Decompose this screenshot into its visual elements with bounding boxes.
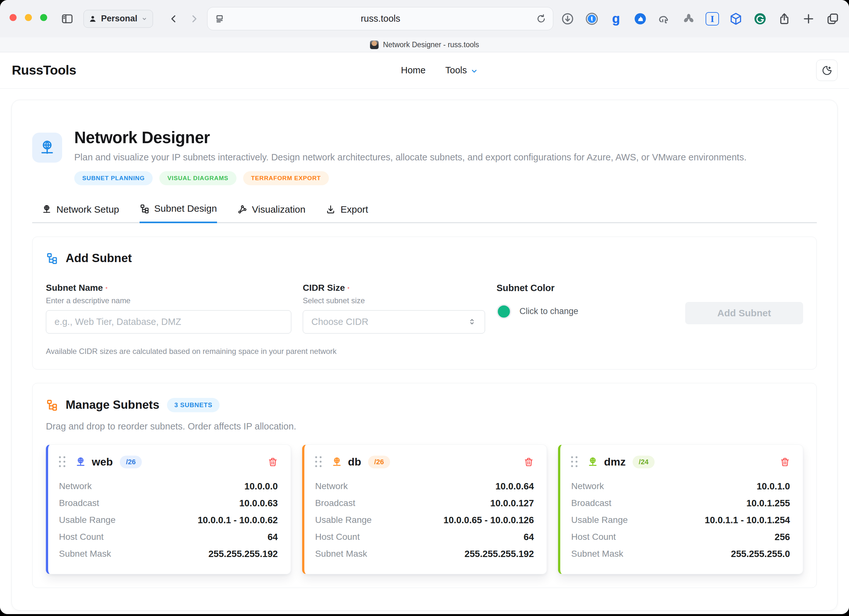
color-swatch[interactable] (496, 304, 511, 319)
dark-mode-toggle[interactable] (816, 60, 837, 81)
cidr-size-hint: Select subnet size (303, 296, 485, 305)
detail-row: Usable Range10.0.1.1 - 10.0.1.254 (571, 512, 790, 529)
tab-export[interactable]: Export (326, 203, 368, 223)
close-button[interactable] (10, 14, 16, 21)
share-button[interactable] (777, 12, 792, 26)
cat-extension-icon[interactable] (633, 12, 648, 26)
drag-handle[interactable] (315, 456, 322, 467)
network-icon (42, 204, 52, 214)
drag-handle[interactable] (59, 456, 66, 467)
instapaper-icon[interactable]: I (706, 12, 719, 25)
network-icon (75, 456, 86, 467)
browser-tab-title: Network Designer - russ.tools (383, 40, 479, 49)
forward-button[interactable] (189, 13, 200, 24)
usable-range-value: 10.0.0.1 - 10.0.0.62 (198, 515, 278, 525)
tab-strip[interactable]: Network Designer - russ.tools (0, 37, 849, 52)
delete-subnet-button[interactable] (780, 457, 790, 467)
reorder-hint: Drag and drop to reorder subnets. Order … (46, 421, 803, 432)
address-bar[interactable]: russ.tools (207, 7, 553, 30)
delete-subnet-button[interactable] (268, 457, 278, 467)
cube-extension-icon[interactable] (728, 12, 743, 26)
host-count-value: 64 (524, 532, 534, 542)
page-settings-icon[interactable] (214, 13, 225, 25)
zoom-button[interactable] (40, 14, 47, 21)
broadcast-value: 10.0.1.255 (746, 498, 790, 509)
select-chevrons-icon (468, 317, 477, 326)
subnet-card-dmz[interactable]: dmz /24 Network10.0.1.0 Broadcast10.0.1.… (558, 444, 803, 574)
site-favicon (370, 40, 378, 49)
cidr-badge: /26 (120, 456, 142, 468)
page-title: Network Designer (74, 128, 746, 147)
tool-hero: Network Designer Plan and visualize your… (32, 128, 817, 185)
download-manager-icon[interactable] (560, 12, 575, 26)
subnet-tree-icon (46, 399, 58, 411)
reload-button[interactable] (536, 13, 547, 24)
subnet-color-label: Subnet Color (496, 283, 674, 293)
detail-row: Network10.0.0.0 (59, 478, 278, 495)
clover-extension-icon[interactable] (681, 12, 696, 26)
detail-row: Network10.0.0.64 (315, 478, 534, 495)
broadcast-value: 10.0.0.127 (490, 498, 534, 509)
cidr-badge: /26 (368, 456, 390, 468)
subnet-card-web[interactable]: web /26 Network10.0.0.0 Broadcast10.0.0.… (46, 444, 291, 574)
back-button[interactable] (168, 13, 179, 24)
subnet-mask-value: 255.255.255.192 (209, 549, 278, 559)
cidr-size-field-group: CIDR Size* Select subnet size Choose CID… (303, 283, 485, 334)
delete-subnet-button[interactable] (524, 457, 534, 467)
browser-window: Personal russ.tools (0, 0, 849, 614)
ghostery-icon[interactable]: g (609, 12, 623, 26)
detail-row: Network10.0.1.0 (571, 478, 790, 495)
host-count-value: 256 (775, 532, 790, 542)
detail-row: Subnet Mask255.255.255.0 (571, 546, 790, 562)
grammarly-icon[interactable] (753, 12, 767, 26)
download-icon (326, 204, 335, 214)
network-value: 10.0.0.64 (495, 481, 534, 492)
moon-stars-icon (822, 65, 833, 76)
cidr-size-select[interactable]: Choose CIDR (303, 310, 485, 334)
nav-home-link[interactable]: Home (401, 65, 426, 76)
tab-overview-button[interactable] (825, 12, 840, 26)
profile-button[interactable]: Personal (83, 10, 153, 28)
tab-visualization[interactable]: Visualization (237, 203, 305, 223)
subnet-name-input[interactable] (55, 316, 283, 327)
sidebar-toggle-icon[interactable] (61, 12, 74, 25)
subnet-mask-value: 255.255.255.0 (731, 549, 790, 559)
minimize-button[interactable] (25, 14, 32, 21)
host-count-value: 64 (267, 532, 278, 542)
cidr-availability-note: Available CIDR sizes are calculated base… (46, 347, 803, 356)
badge-visual-diagrams: VISUAL DIAGRAMS (159, 171, 237, 185)
new-tab-button[interactable] (801, 12, 816, 26)
broadcast-value: 10.0.0.63 (239, 498, 278, 509)
tab-subnet-design[interactable]: Subnet Design (140, 203, 217, 223)
page-body: Network Designer Plan and visualize your… (0, 89, 849, 614)
color-hint: Click to change (520, 306, 578, 316)
add-subnet-card: Add Subnet Subnet Name* Enter a descript… (32, 237, 817, 370)
nav-tools-link[interactable]: Tools (445, 65, 478, 76)
detail-row: Usable Range10.0.0.65 - 10.0.0.126 (315, 512, 534, 529)
subnet-tree-icon (46, 252, 58, 264)
drag-handle[interactable] (571, 456, 578, 467)
brand-logo[interactable]: RussTools (12, 63, 76, 78)
subnet-count-badge: 3 SUBNETS (167, 398, 220, 412)
trash-icon (780, 457, 790, 467)
subnet-card-db[interactable]: db /26 Network10.0.0.64 Broadcast10.0.0.… (302, 444, 547, 574)
tab-network-setup[interactable]: Network Setup (42, 203, 119, 223)
subnet-name: dmz (604, 456, 626, 468)
subnet-name-hint: Enter a descriptive name (46, 296, 291, 305)
add-subnet-button[interactable]: Add Subnet (685, 302, 803, 324)
traffic-lights (10, 14, 47, 21)
detail-row: Host Count64 (59, 529, 278, 546)
elephant-extension-icon[interactable] (657, 12, 672, 26)
chevron-down-icon (470, 67, 478, 75)
cidr-badge: /24 (633, 456, 655, 468)
page-description: Plan and visualize your IP subnets inter… (74, 152, 746, 163)
network-icon (331, 456, 342, 467)
browser-toolbar: Personal russ.tools (0, 0, 849, 37)
onepassword-icon[interactable] (584, 12, 599, 26)
chevron-down-icon (141, 16, 147, 22)
manage-subnets-heading: Manage Subnets (66, 398, 159, 412)
required-asterisk: * (106, 286, 107, 292)
detail-row: Broadcast10.0.0.63 (59, 495, 278, 512)
network-value: 10.0.0.0 (244, 481, 278, 492)
feature-badges: SUBNET PLANNING VISUAL DIAGRAMS TERRAFOR… (74, 171, 746, 185)
